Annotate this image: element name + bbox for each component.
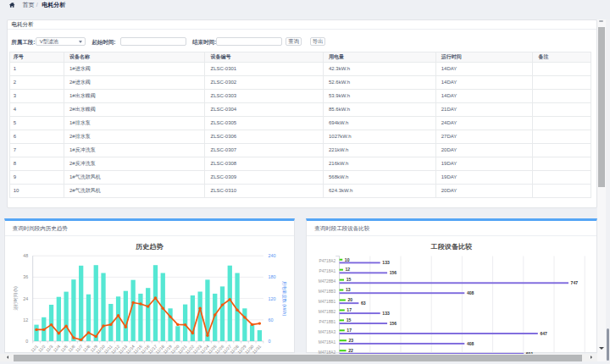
svg-text:0: 0: [25, 339, 28, 344]
svg-text:133: 133: [383, 311, 391, 316]
svg-text:P4718A2: P4718A2: [319, 259, 336, 263]
svg-text:M4728B4: M4728B4: [319, 279, 336, 284]
svg-text:10: 10: [345, 257, 350, 262]
svg-text:M4718A2: M4718A2: [319, 350, 336, 354]
svg-text:20: 20: [348, 297, 353, 302]
svg-text:60: 60: [269, 317, 274, 323]
svg-text:156: 156: [390, 321, 397, 326]
svg-text:180: 180: [269, 274, 276, 279]
svg-text:647: 647: [541, 331, 548, 336]
svg-text:23: 23: [349, 338, 354, 343]
svg-text:11/31: 11/31: [251, 344, 262, 354]
svg-text:用电量度数 (kWh): 用电量度数 (kWh): [281, 281, 287, 316]
svg-text:17: 17: [347, 307, 352, 312]
svg-text:408: 408: [467, 341, 474, 346]
svg-text:24: 24: [23, 296, 28, 301]
svg-text:15: 15: [347, 317, 352, 323]
svg-text:0: 0: [269, 339, 271, 344]
svg-text:M4718B1: M4718B1: [319, 300, 336, 304]
svg-text:133: 133: [383, 260, 391, 265]
svg-text:48: 48: [23, 253, 28, 258]
svg-text:63: 63: [361, 301, 366, 306]
svg-text:M4718A1: M4718A1: [319, 340, 336, 345]
svg-text:运行时间 (h): 运行时间 (h): [13, 286, 19, 311]
svg-text:17: 17: [347, 328, 352, 333]
svg-text:36: 36: [23, 274, 28, 279]
svg-text:13: 13: [346, 287, 351, 292]
svg-text:12: 12: [346, 267, 351, 272]
svg-text:P4718B1: P4718B1: [319, 320, 336, 324]
svg-text:M4718B2: M4718B2: [319, 310, 336, 314]
svg-text:工段设备比较: 工段设备比较: [431, 243, 472, 251]
svg-text:240: 240: [269, 253, 276, 258]
svg-text:12: 12: [23, 317, 28, 323]
svg-text:15: 15: [347, 277, 352, 282]
svg-text:历史趋势: 历史趋势: [136, 243, 163, 251]
svg-text:22: 22: [349, 348, 354, 353]
svg-text:156: 156: [390, 270, 397, 275]
svg-text:M4718B3: M4718B3: [319, 290, 336, 294]
svg-text:408: 408: [467, 290, 474, 295]
svg-text:747: 747: [571, 280, 579, 285]
svg-text:120: 120: [269, 296, 276, 301]
svg-text:M4718A3: M4718A3: [319, 330, 336, 334]
svg-text:601: 601: [526, 351, 534, 354]
svg-text:P4718A1: P4718A1: [319, 269, 336, 273]
